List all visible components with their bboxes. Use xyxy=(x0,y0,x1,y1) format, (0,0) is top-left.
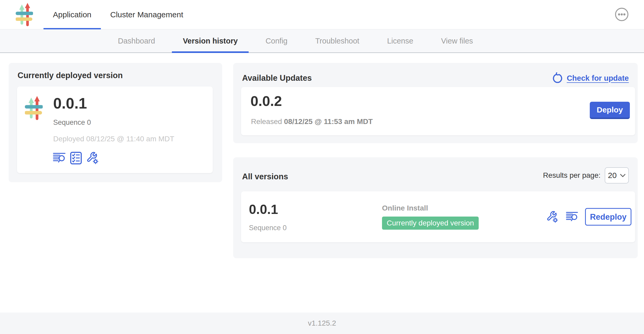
version-row: 0.0.1 Sequence 0 Online Install Currentl… xyxy=(241,191,635,242)
deploy-logs-icon xyxy=(566,211,578,222)
results-per-page-label: Results per page: xyxy=(543,171,601,180)
app-sub-nav: Dashboard Version history Config Trouble… xyxy=(0,29,644,53)
deployed-timestamp: Deployed 08/12/25 @ 11:40 am MDT xyxy=(53,135,174,143)
available-updates-title: Available Updates xyxy=(242,73,312,83)
deployed-version-actions xyxy=(53,152,99,165)
currently-deployed-card: Currently deployed version 0.0.1 Sequenc… xyxy=(9,63,222,182)
console-footer: v1.125.2 xyxy=(0,313,644,334)
deployed-sequence: Sequence 0 xyxy=(53,118,91,127)
results-per-page-select[interactable]: 20 xyxy=(605,167,629,184)
tab-dashboard[interactable]: Dashboard xyxy=(107,29,166,52)
admin-console-page: Application Cluster Management Dashboard… xyxy=(0,0,644,334)
all-versions-title: All versions xyxy=(242,172,288,181)
available-updates-card: Available Updates Check for update 0.0.2… xyxy=(233,63,638,143)
tab-troubleshoot[interactable]: Troubleshoot xyxy=(304,29,370,52)
check-for-update-link[interactable]: Check for update xyxy=(552,72,629,84)
currently-deployed-title: Currently deployed version xyxy=(18,71,213,80)
all-versions-card: All versions Results per page: 20 0.0.1 … xyxy=(233,157,638,258)
update-row: 0.0.2 Released 08/12/25 @ 11:53 am MDT D… xyxy=(241,87,635,135)
ellipsis-menu-icon xyxy=(615,7,629,21)
refresh-icon xyxy=(552,72,563,84)
edit-config-button[interactable] xyxy=(86,152,99,165)
update-version-number: 0.0.2 xyxy=(250,93,282,109)
top-nav: Application Cluster Management xyxy=(43,0,193,29)
overflow-menu-button[interactable] xyxy=(615,7,629,21)
tab-config[interactable]: Config xyxy=(254,29,298,52)
preflight-checks-icon xyxy=(70,152,82,165)
tab-license[interactable]: License xyxy=(376,29,424,52)
app-logo-icon xyxy=(16,3,33,26)
edit-config-button[interactable] xyxy=(546,211,559,223)
deploy-button[interactable]: Deploy xyxy=(590,102,630,119)
results-per-page-control: Results per page: 20 xyxy=(543,167,629,184)
row-actions: Redeploy xyxy=(546,208,631,226)
redeploy-button[interactable]: Redeploy xyxy=(585,208,631,226)
row-sequence: Sequence 0 xyxy=(249,224,287,232)
tab-version-history[interactable]: Version history xyxy=(172,29,249,52)
update-released-timestamp: Released 08/12/25 @ 11:53 am MDT xyxy=(251,117,373,126)
console-version: v1.125.2 xyxy=(308,319,336,327)
edit-config-icon xyxy=(86,152,99,165)
row-version-number: 0.0.1 xyxy=(249,202,278,217)
edit-config-icon xyxy=(546,211,559,223)
app-logo-icon xyxy=(25,96,43,120)
top-bar: Application Cluster Management xyxy=(0,0,644,29)
row-install-type: Online Install xyxy=(382,204,479,212)
tab-cluster-management[interactable]: Cluster Management xyxy=(101,0,193,29)
deployed-version-number: 0.0.1 xyxy=(53,94,87,112)
chevron-down-icon xyxy=(620,173,626,178)
currently-deployed-badge: Currently deployed version xyxy=(382,217,479,230)
deploy-logs-button[interactable] xyxy=(566,211,578,222)
deploy-logs-button[interactable] xyxy=(53,152,66,164)
deploy-logs-icon xyxy=(53,152,66,164)
tab-view-files[interactable]: View files xyxy=(430,29,484,52)
preflight-checks-button[interactable] xyxy=(70,152,82,165)
tab-application[interactable]: Application xyxy=(43,0,101,29)
deployed-version-panel: 0.0.1 Sequence 0 Deployed 08/12/25 @ 11:… xyxy=(17,87,213,173)
